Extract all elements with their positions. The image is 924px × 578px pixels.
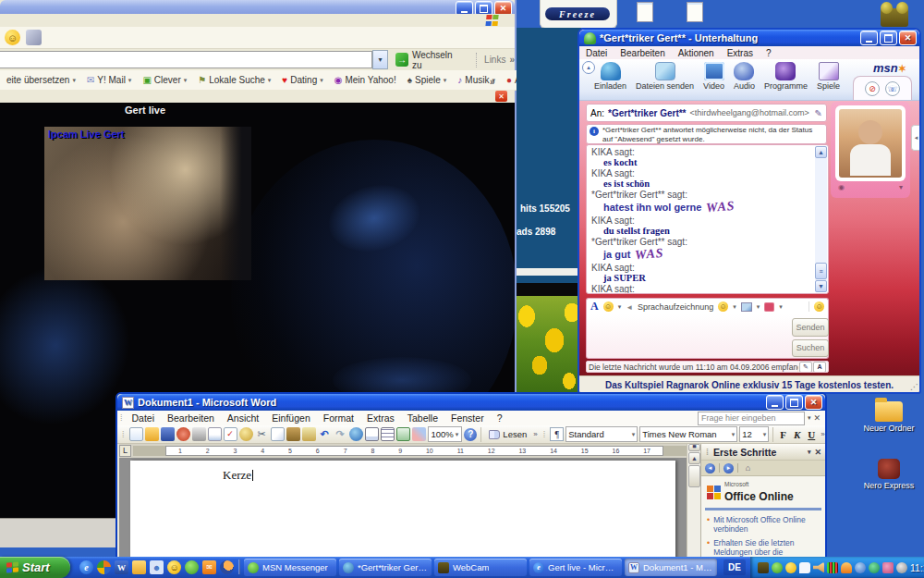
research-icon[interactable] xyxy=(239,427,253,441)
menu-item[interactable]: Datei xyxy=(579,48,614,58)
scroll-up-icon[interactable] xyxy=(688,452,700,464)
close-icon[interactable] xyxy=(813,413,821,423)
messenger-toolbar-button[interactable]: Programme xyxy=(764,62,808,91)
msn-quick-icon[interactable] xyxy=(185,560,199,574)
toolbar-handle-icon[interactable] xyxy=(541,430,549,439)
format-painter-icon[interactable] xyxy=(302,427,316,441)
send-button[interactable]: Senden xyxy=(792,318,829,337)
split-handle-icon[interactable] xyxy=(688,444,700,451)
task-word[interactable]: Dokument1 - Micros... xyxy=(625,559,717,576)
media-player-quick-icon[interactable] xyxy=(97,560,111,574)
blue-clock-tray-icon[interactable] xyxy=(855,562,866,573)
background-picker-icon[interactable] xyxy=(741,302,752,312)
yahoo-toolbar-item[interactable]: ⚑ Lokale Suche ▾ xyxy=(193,75,275,85)
phone-icon[interactable] xyxy=(885,81,900,96)
toolbar-options-icon[interactable] xyxy=(532,430,538,438)
menu-item[interactable]: Extras xyxy=(721,48,760,58)
task-gert-live[interactable]: Gert live - Microsoft... xyxy=(529,559,622,576)
scrollbar-thumb[interactable] xyxy=(688,465,700,487)
zoom-select[interactable]: 100%▾ xyxy=(428,426,463,442)
tab-selector-icon[interactable] xyxy=(119,445,131,457)
pink-tray-icon[interactable] xyxy=(882,562,894,573)
font-size-select[interactable]: 12▾ xyxy=(739,426,769,442)
toolbar-handle-icon[interactable] xyxy=(119,430,128,439)
resize-grip-icon[interactable] xyxy=(910,383,918,391)
desktop-icon-new-folder[interactable]: Neuer Ordner xyxy=(859,401,918,433)
messenger-toolbar-button[interactable]: Spiele xyxy=(817,62,840,91)
word-quick-icon[interactable]: W xyxy=(115,560,128,574)
go-button[interactable]: Wechseln zu xyxy=(388,50,468,70)
menu-item[interactable]: Tabelle xyxy=(401,412,444,424)
hyperlink-icon[interactable] xyxy=(349,427,363,441)
camera-toolbar-icon[interactable] xyxy=(26,30,42,45)
messenger-toolbar-button[interactable]: Dateien senden xyxy=(636,62,694,91)
underline-button[interactable]: U xyxy=(805,429,818,440)
messenger-toolbar-button[interactable]: Video xyxy=(703,62,724,91)
camera-tray-icon[interactable] xyxy=(758,562,769,573)
webcam-icon[interactable] xyxy=(838,183,845,191)
ad-banner[interactable]: Das Kultspiel Ragnarok Online exklusiv 1… xyxy=(579,375,919,393)
home-icon[interactable] xyxy=(742,463,754,473)
styles-icon[interactable] xyxy=(550,427,564,441)
messenger-titlebar[interactable]: *Gert*triker Gert** - Unterhaltung xyxy=(579,30,919,46)
green-globe-tray-icon[interactable] xyxy=(869,562,880,573)
smiley-quick-icon[interactable]: ☺ xyxy=(167,560,181,574)
menu-item[interactable]: Ansicht xyxy=(221,412,265,424)
vertical-scrollbar[interactable] xyxy=(687,444,701,557)
gift-icon[interactable] xyxy=(764,302,774,312)
emoticon-shortcut-icon[interactable] xyxy=(814,301,824,312)
contact-quick-icon[interactable] xyxy=(150,560,164,574)
yahoo-toolbar-item[interactable]: ▣ Clever ▾ xyxy=(138,75,191,85)
italic-button[interactable]: K xyxy=(791,429,803,440)
document-page[interactable]: Kerze xyxy=(130,461,675,557)
task-webcam[interactable]: WebCam xyxy=(434,559,527,576)
help-icon[interactable] xyxy=(464,428,477,441)
mail-quick-icon[interactable]: ✉ xyxy=(202,560,216,574)
folder-quick-icon[interactable] xyxy=(132,560,146,574)
task-msn-messenger[interactable]: MSN Messenger xyxy=(244,559,336,576)
chevron-down-icon[interactable] xyxy=(372,50,388,69)
style-select[interactable]: Standard▾ xyxy=(565,426,638,442)
smiley-toolbar-icon[interactable] xyxy=(5,30,20,45)
undo-icon[interactable] xyxy=(318,427,332,441)
equalizer-tray-icon[interactable] xyxy=(827,562,838,573)
start-button[interactable]: Start xyxy=(0,557,70,578)
task-conversation[interactable]: *Gert*triker Gert**... xyxy=(339,559,432,576)
chat-history[interactable]: KIKA sagt: es kocht KIKA sagt: es ist sc… xyxy=(586,144,829,294)
close-icon[interactable] xyxy=(805,395,822,410)
yahoo-toolbar-item[interactable]: ● Autos ▾ xyxy=(502,75,517,85)
tables-borders-icon[interactable] xyxy=(365,427,379,441)
chevron-down-icon[interactable]: ▾ xyxy=(779,303,783,311)
insert-table-icon[interactable] xyxy=(381,427,395,441)
yahoo-toolbar-item[interactable]: ♥ Dating ▾ xyxy=(277,75,327,85)
gray-clock-tray-icon[interactable] xyxy=(896,562,907,573)
desktop-icon-nero-express[interactable]: Nero Express xyxy=(859,459,918,490)
paste-icon[interactable] xyxy=(286,427,300,441)
collapse-toolbar-icon[interactable] xyxy=(582,61,595,74)
toolbar-handle-icon[interactable] xyxy=(117,413,126,423)
task-pane-link[interactable]: Erhalten Sie die letzten Meldungen über … xyxy=(701,537,825,557)
open-icon[interactable] xyxy=(145,427,159,441)
back-icon[interactable] xyxy=(705,463,715,473)
messenger-toolbar-button[interactable]: Einladen xyxy=(594,62,626,91)
menu-item[interactable]: ? xyxy=(491,412,509,424)
new-document-icon[interactable] xyxy=(129,427,143,441)
menu-item[interactable]: Format xyxy=(317,412,360,424)
chevron-down-icon[interactable]: ▾ xyxy=(757,303,760,311)
drawing-icon[interactable] xyxy=(412,427,426,441)
insert-excel-icon[interactable] xyxy=(396,427,410,441)
task-pane-link[interactable]: Mit Microsoft Office Online verbinden xyxy=(701,514,825,537)
toolbar-options-icon[interactable] xyxy=(820,430,825,438)
chevron-down-icon[interactable]: ▾ xyxy=(618,303,622,311)
menu-item[interactable]: Aktionen xyxy=(672,48,721,58)
speaker-tray-icon[interactable] xyxy=(813,562,824,573)
yahoo-toolbar-item[interactable]: ✉ Y! Mail ▾ xyxy=(82,75,136,85)
redo-icon[interactable] xyxy=(334,427,347,441)
toolbar-overflow[interactable]: » xyxy=(490,72,495,89)
emoticon-icon[interactable] xyxy=(603,301,614,312)
print-preview-icon[interactable] xyxy=(208,427,222,441)
menu-item[interactable]: Datei xyxy=(126,412,162,424)
chevron-down-icon[interactable] xyxy=(808,414,811,422)
handwriting-tab-icon[interactable] xyxy=(799,362,812,373)
menu-item[interactable]: Bearbeiten xyxy=(614,48,671,58)
